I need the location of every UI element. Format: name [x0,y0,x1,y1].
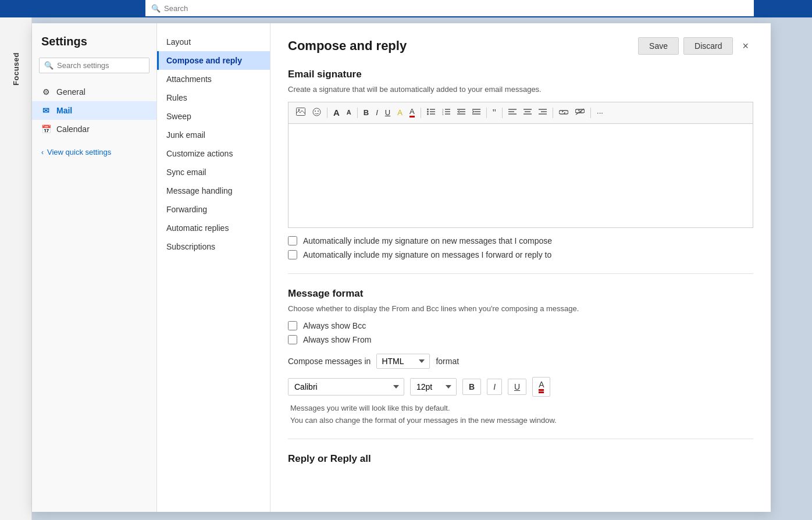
search-settings-input[interactable] [57,61,144,70]
toolbar-increase-indent-btn[interactable] [469,106,483,119]
toolbar-sep-5 [502,108,503,118]
calendar-icon: 📅 [41,124,51,134]
mid-nav-subscriptions[interactable]: Subscriptions [157,237,270,256]
format-row: Compose messages in HTML Plain text form… [288,354,753,369]
toolbar-sep-6 [553,108,553,118]
discard-button[interactable]: Discard [683,37,733,55]
message-format-section: Message format Choose whether to display… [288,288,753,425]
view-quick-settings-label: View quick settings [47,148,111,156]
section-divider-1 [288,273,753,274]
format-suffix-label: format [436,357,459,366]
svg-point-7 [427,111,429,113]
reply-section: Reply or Reply all [288,453,753,465]
checkbox-show-from-input[interactable] [288,335,297,344]
mid-nav-sync-email[interactable]: Sync email [157,163,270,181]
toolbar-underline-btn[interactable]: U [382,106,393,119]
main-content: Compose and reply Save Discard × Email s… [270,23,771,512]
toolbar-superscript-btn[interactable]: A [344,105,354,120]
checkbox-forward-reply: Automatically include my signature on me… [288,250,753,259]
toolbar-highlight-btn[interactable]: A [394,106,405,119]
top-search-input[interactable] [164,4,748,13]
svg-point-4 [318,111,319,112]
format-select[interactable]: HTML Plain text [376,354,430,369]
font-size-select[interactable]: 12pt 10pt 14pt [410,378,457,396]
svg-point-2 [313,108,320,116]
search-icon: 🔍 [151,4,161,13]
font-color-btn[interactable]: A [532,377,550,397]
toolbar-bullets-btn[interactable] [424,106,438,119]
mid-nav-label-compose: Compose and reply [166,56,242,65]
mid-nav-layout[interactable]: Layout [157,33,270,51]
reply-section-title: Reply or Reply all [288,453,753,465]
sidebar-label-mail: Mail [56,106,72,115]
mid-nav-message-handling[interactable]: Message handling [157,181,270,200]
toolbar-sep-1 [327,108,327,118]
toolbar-align-center-btn[interactable] [521,106,535,119]
mid-nav-label-sync: Sync email [166,168,206,177]
message-format-title: Message format [288,288,753,300]
toolbar-link-btn[interactable] [556,106,571,119]
toolbar-remove-link-btn[interactable] [572,106,587,119]
settings-dialog: Settings 🔍 ⚙ General ✉ Mail 📅 Calendar ‹… [32,23,771,512]
editor-toolbar: A A B I U A A 1.2.3. [288,102,753,123]
search-bar: 🔍 [145,0,754,16]
toolbar-emoji-btn[interactable] [309,106,324,120]
mid-nav-junk-email[interactable]: Junk email [157,126,270,144]
underline-btn[interactable]: U [508,379,526,395]
toolbar-quote-btn[interactable]: " [490,106,500,120]
checkbox-show-bcc: Always show Bcc [288,321,753,330]
checkbox-show-bcc-input[interactable] [288,321,297,330]
email-signature-desc: Create a signature that will be automati… [288,85,753,94]
toolbar-font-color-btn[interactable]: A [407,106,418,119]
sidebar-label-general: General [56,87,86,97]
compose-messages-in-label: Compose messages in [288,357,371,366]
sidebar-item-general[interactable]: ⚙ General [32,83,156,101]
font-row: Calibri Arial Times New Roman 12pt 10pt … [288,377,753,397]
mid-nav-forwarding[interactable]: Forwarding [157,200,270,219]
toolbar-font-size-btn[interactable]: A [330,106,343,119]
view-quick-settings-link[interactable]: ‹ View quick settings [32,143,156,161]
mid-nav-label-msg-handling: Message handling [166,186,233,195]
search-settings-container[interactable]: 🔍 [39,58,149,73]
mid-nav-sweep[interactable]: Sweep [157,107,270,126]
toolbar-italic-btn[interactable]: I [373,106,381,119]
checkbox-show-bcc-label: Always show Bcc [303,321,366,330]
toolbar-align-left-btn[interactable] [505,106,519,119]
main-header: Compose and reply Save Discard × [288,37,753,55]
sidebar-label-calendar: Calendar [56,124,90,134]
section-divider-2 [288,439,753,439]
mid-nav-compose-reply[interactable]: Compose and reply [157,51,270,70]
general-icon: ⚙ [41,87,51,97]
toolbar-numbered-btn[interactable]: 1.2.3. [439,106,453,119]
save-button[interactable]: Save [638,37,679,55]
toolbar-more-btn[interactable]: ··· [594,106,606,119]
sidebar-item-mail[interactable]: ✉ Mail [32,101,156,120]
mid-nav-label-attachments: Attachments [166,74,212,84]
checkbox-forward-reply-input[interactable] [288,250,297,259]
italic-btn[interactable]: I [487,379,502,395]
focused-panel: Focused [0,17,32,520]
signature-editor[interactable] [288,123,753,228]
toolbar-sep-7 [590,108,591,118]
toolbar-bold-btn[interactable]: B [361,106,372,119]
font-family-select[interactable]: Calibri Arial Times New Roman [288,378,404,396]
toolbar-image-btn[interactable] [293,106,308,119]
sidebar-item-calendar[interactable]: 📅 Calendar [32,120,156,138]
close-button[interactable]: × [738,38,753,55]
header-buttons: Save Discard × [638,37,753,55]
toolbar-decrease-indent-btn[interactable] [454,106,468,119]
svg-point-1 [298,109,300,111]
svg-point-9 [427,113,429,115]
message-format-desc: Choose whether to display the From and B… [288,304,753,313]
checkbox-new-messages-label: Automatically include my signature on ne… [303,236,552,245]
mid-nav-attachments[interactable]: Attachments [157,70,270,88]
mid-nav-label-layout: Layout [166,37,191,47]
checkbox-new-messages-input[interactable] [288,236,297,245]
mid-nav-customize-actions[interactable]: Customize actions [157,144,270,163]
toolbar-align-right-btn[interactable] [536,106,550,119]
mid-nav-rules[interactable]: Rules [157,88,270,107]
mid-nav-auto-replies[interactable]: Automatic replies [157,219,270,237]
sidebar: Settings 🔍 ⚙ General ✉ Mail 📅 Calendar ‹… [32,23,157,512]
search-settings-icon: 🔍 [44,61,54,70]
bold-btn[interactable]: B [462,379,481,395]
